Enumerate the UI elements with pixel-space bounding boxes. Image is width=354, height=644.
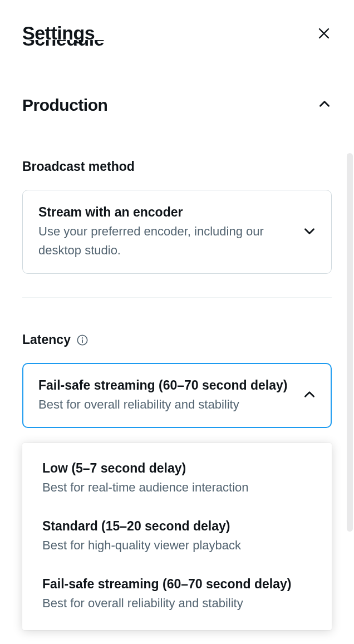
production-section-toggle[interactable]: Production [22,96,332,115]
latency-select[interactable]: Fail-safe streaming (60–70 second delay)… [22,363,332,428]
latency-option-low[interactable]: Low (5–7 second delay) Best for real-tim… [22,450,332,508]
svg-point-1 [82,337,83,338]
latency-option-standard[interactable]: Standard (15–20 second delay) Best for h… [22,508,332,566]
latency-label: Latency [22,332,332,347]
broadcast-method-select[interactable]: Stream with an encoder Use your preferre… [22,190,332,274]
schedule-section-cut: Schedule [22,40,332,48]
broadcast-method-selected-title: Stream with an encoder [38,204,294,221]
chevron-up-icon [302,387,317,404]
latency-option-desc: Best for real-time audience interaction [42,478,312,496]
latency-selected-title: Fail-safe streaming (60–70 second delay) [38,377,294,394]
latency-option-desc: Best for overall reliability and stabili… [42,594,312,612]
latency-option-failsafe[interactable]: Fail-safe streaming (60–70 second delay)… [22,566,332,623]
close-button[interactable] [316,26,332,41]
broadcast-method-label: Broadcast method [22,159,332,174]
close-icon [317,27,331,40]
scrollbar[interactable] [347,153,353,532]
divider [22,297,332,298]
latency-option-desc: Best for high-quality viewer playback [42,536,312,554]
chevron-up-icon [317,97,332,114]
latency-option-title: Fail-safe streaming (60–70 second delay) [42,576,312,593]
section-title-production: Production [22,96,107,115]
broadcast-method-selected-desc: Use your preferred encoder, including ou… [38,222,294,260]
svg-rect-2 [82,339,83,342]
latency-selected-desc: Best for overall reliability and stabili… [38,395,294,414]
latency-dropdown: Low (5–7 second delay) Best for real-tim… [22,443,332,630]
info-icon[interactable] [76,334,88,346]
chevron-down-icon [302,224,317,240]
latency-option-title: Low (5–7 second delay) [42,460,312,477]
latency-option-title: Standard (15–20 second delay) [42,518,312,535]
